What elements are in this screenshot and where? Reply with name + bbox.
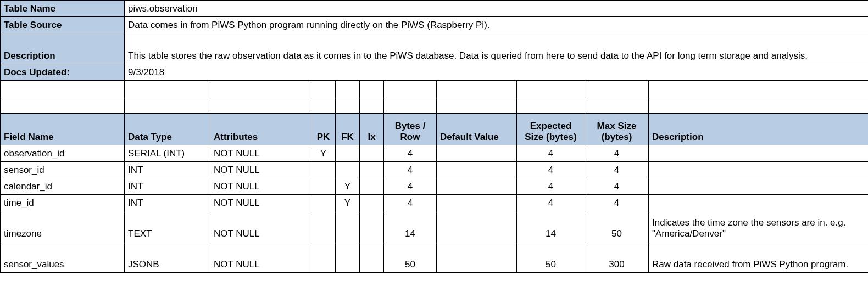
cell-description[interactable] <box>649 195 869 211</box>
col-field-name[interactable]: Field Name <box>1 114 125 145</box>
meta-row-table-name: Table Name piws.observation <box>1 1 869 17</box>
cell-attributes[interactable]: NOT NULL <box>210 211 311 242</box>
cell-field-name[interactable]: observation_id <box>1 145 125 162</box>
cell-max-size[interactable]: 4 <box>585 162 649 178</box>
cell-default-value[interactable] <box>437 195 517 211</box>
cell-max-size[interactable]: 4 <box>585 145 649 162</box>
table-row: sensor_valuesJSONBNOT NULL5050300Raw dat… <box>1 242 869 273</box>
cell-default-value[interactable] <box>437 145 517 162</box>
meta-label: Docs Updated: <box>1 64 125 81</box>
cell-default-value[interactable] <box>437 178 517 195</box>
meta-label: Description <box>1 33 125 64</box>
cell-data-type[interactable]: SERIAL (INT) <box>125 145 210 162</box>
cell-data-type[interactable]: INT <box>125 195 210 211</box>
cell-max-size[interactable]: 50 <box>585 211 649 242</box>
cell-ix[interactable] <box>360 145 384 162</box>
cell-default-value[interactable] <box>437 242 517 273</box>
cell-max-size[interactable]: 300 <box>585 242 649 273</box>
cell-attributes[interactable]: NOT NULL <box>210 145 311 162</box>
meta-row-description: Description This table stores the raw ob… <box>1 33 869 64</box>
col-bytes-row[interactable]: Bytes / Row <box>384 114 437 145</box>
cell-data-type[interactable]: INT <box>125 162 210 178</box>
col-fk[interactable]: FK <box>336 114 360 145</box>
cell-field-name[interactable]: timezone <box>1 211 125 242</box>
cell-max-size[interactable]: 4 <box>585 178 649 195</box>
cell-default-value[interactable] <box>437 162 517 178</box>
cell-field-name[interactable]: time_id <box>1 195 125 211</box>
cell-bytes-row[interactable]: 4 <box>384 178 437 195</box>
cell-pk[interactable] <box>311 242 336 273</box>
cell-expected-size[interactable]: 4 <box>517 162 585 178</box>
cell-pk[interactable] <box>311 178 336 195</box>
table-row: timezoneTEXTNOT NULL141450Indicates the … <box>1 211 869 242</box>
cell-pk[interactable] <box>311 195 336 211</box>
table-row: time_idINTNOT NULLY444 <box>1 195 869 211</box>
doc-table: Table Name piws.observation Table Source… <box>0 0 868 273</box>
spreadsheet-sheet: Table Name piws.observation Table Source… <box>0 0 868 273</box>
cell-default-value[interactable] <box>437 211 517 242</box>
col-ix[interactable]: Ix <box>360 114 384 145</box>
cell-description[interactable] <box>649 145 869 162</box>
col-description[interactable]: Description <box>649 114 869 145</box>
cell-bytes-row[interactable]: 4 <box>384 162 437 178</box>
meta-label: Table Source <box>1 17 125 33</box>
cell-expected-size[interactable]: 4 <box>517 178 585 195</box>
cell-ix[interactable] <box>360 195 384 211</box>
col-pk[interactable]: PK <box>311 114 336 145</box>
cell-pk[interactable] <box>311 162 336 178</box>
cell-attributes[interactable]: NOT NULL <box>210 242 311 273</box>
cell-expected-size[interactable]: 14 <box>517 211 585 242</box>
cell-description[interactable] <box>649 178 869 195</box>
col-attributes[interactable]: Attributes <box>210 114 311 145</box>
cell-field-name[interactable]: sensor_values <box>1 242 125 273</box>
cell-pk[interactable]: Y <box>311 145 336 162</box>
cell-bytes-row[interactable]: 14 <box>384 211 437 242</box>
cell-attributes[interactable]: NOT NULL <box>210 195 311 211</box>
cell-fk[interactable]: Y <box>336 195 360 211</box>
cell-fk[interactable] <box>336 162 360 178</box>
cell-max-size[interactable]: 4 <box>585 195 649 211</box>
meta-row-table-source: Table Source Data comes in from PiWS Pyt… <box>1 17 869 33</box>
cell-pk[interactable] <box>311 211 336 242</box>
table-row: observation_idSERIAL (INT)NOT NULLY444 <box>1 145 869 162</box>
cell-description[interactable] <box>649 162 869 178</box>
cell-bytes-row[interactable]: 50 <box>384 242 437 273</box>
table-row: calendar_idINTNOT NULLY444 <box>1 178 869 195</box>
cell-fk[interactable]: Y <box>336 178 360 195</box>
cell-ix[interactable] <box>360 162 384 178</box>
cell-description[interactable]: Indicates the time zone the sensors are … <box>649 211 869 242</box>
cell-fk[interactable] <box>336 145 360 162</box>
empty-row <box>1 81 869 97</box>
cell-ix[interactable] <box>360 242 384 273</box>
meta-value-docs-updated[interactable]: 9/3/2018 <box>125 64 869 81</box>
cell-attributes[interactable]: NOT NULL <box>210 162 311 178</box>
col-max-size[interactable]: Max Size (bytes) <box>585 114 649 145</box>
cell-bytes-row[interactable]: 4 <box>384 195 437 211</box>
cell-expected-size[interactable]: 50 <box>517 242 585 273</box>
cell-bytes-row[interactable]: 4 <box>384 145 437 162</box>
table-row: sensor_idINTNOT NULL444 <box>1 162 869 178</box>
cell-attributes[interactable]: NOT NULL <box>210 178 311 195</box>
cell-expected-size[interactable]: 4 <box>517 145 585 162</box>
meta-value-table-name[interactable]: piws.observation <box>125 1 869 17</box>
meta-value-table-source[interactable]: Data comes in from PiWS Python program r… <box>125 17 869 33</box>
meta-row-docs-updated: Docs Updated: 9/3/2018 <box>1 64 869 81</box>
empty-row <box>1 97 869 114</box>
column-header-row: Field Name Data Type Attributes PK FK Ix… <box>1 114 869 145</box>
col-data-type[interactable]: Data Type <box>125 114 210 145</box>
col-default-value[interactable]: Default Value <box>437 114 517 145</box>
cell-ix[interactable] <box>360 211 384 242</box>
cell-description[interactable]: Raw data received from PiWS Python progr… <box>649 242 869 273</box>
cell-field-name[interactable]: sensor_id <box>1 162 125 178</box>
cell-ix[interactable] <box>360 178 384 195</box>
meta-label: Table Name <box>1 1 125 17</box>
cell-field-name[interactable]: calendar_id <box>1 178 125 195</box>
cell-expected-size[interactable]: 4 <box>517 195 585 211</box>
col-expected-size[interactable]: Expected Size (bytes) <box>517 114 585 145</box>
cell-fk[interactable] <box>336 242 360 273</box>
cell-data-type[interactable]: JSONB <box>125 242 210 273</box>
cell-fk[interactable] <box>336 211 360 242</box>
cell-data-type[interactable]: INT <box>125 178 210 195</box>
meta-value-description[interactable]: This table stores the raw observation da… <box>125 33 869 64</box>
cell-data-type[interactable]: TEXT <box>125 211 210 242</box>
